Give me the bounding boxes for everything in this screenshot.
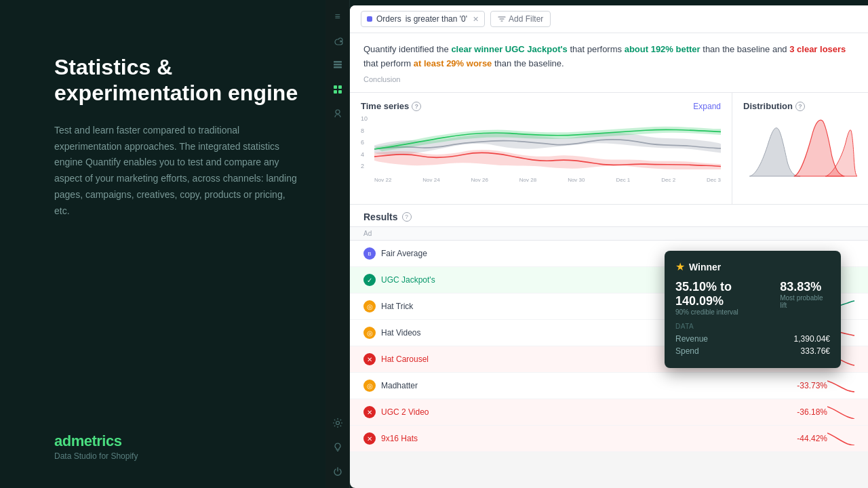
spend-label: Spend bbox=[675, 346, 699, 356]
conclusion-label: Conclusion bbox=[363, 74, 854, 86]
lift-desc: Most probable lift bbox=[780, 294, 830, 309]
brand-logo: admetrics Data Studio for Shopify bbox=[54, 432, 298, 461]
winner-card-label: Winner bbox=[689, 262, 721, 272]
sidebar-icon-chess[interactable] bbox=[328, 104, 347, 123]
conclusion-better: about 192% better bbox=[625, 44, 701, 54]
time-series-chart: 108642 bbox=[361, 115, 721, 183]
winner-stats: 35.10% to 140.09% 90% credible interval … bbox=[675, 280, 830, 316]
row-change: -33.73% bbox=[773, 381, 827, 390]
results-help-icon[interactable]: ? bbox=[402, 212, 412, 222]
sidebar-icon-table[interactable] bbox=[328, 56, 347, 75]
distribution-help-icon[interactable]: ? bbox=[795, 102, 805, 111]
row-mini-chart bbox=[827, 379, 854, 392]
svg-rect-4 bbox=[338, 85, 342, 89]
revenue-label: Revenue bbox=[675, 334, 708, 344]
row-icon-winner: ✓ bbox=[363, 274, 376, 286]
filter-dot bbox=[367, 16, 372, 22]
expand-link[interactable]: Expand bbox=[693, 102, 721, 111]
row-icon-loser: ✕ bbox=[363, 406, 376, 418]
sidebar-icon-menu[interactable]: ≡ bbox=[328, 7, 347, 26]
distribution-title: Distribution bbox=[743, 101, 793, 111]
results-title: Results bbox=[363, 211, 398, 222]
conclusion-losers: 3 clear losers bbox=[789, 44, 846, 54]
time-series-title: Time series bbox=[361, 101, 409, 111]
filter-bar: Orders is greater than '0' ✕ Add Filter bbox=[350, 5, 868, 33]
result-row[interactable]: ✕ 9x16 Hats -44.42% bbox=[350, 426, 868, 452]
left-panel: Statistics &experimentation engine Test … bbox=[0, 0, 326, 488]
row-icon-neutral: ◎ bbox=[363, 327, 376, 339]
main-content: Orders is greater than '0' ✕ Add Filter … bbox=[350, 5, 868, 488]
svg-rect-0 bbox=[334, 61, 342, 63]
brand-name: admetrics bbox=[54, 432, 298, 450]
conclusion-mid3: that perform bbox=[363, 58, 411, 68]
sidebar-icon-cloud[interactable] bbox=[328, 31, 347, 50]
row-icon-neutral: ◎ bbox=[363, 300, 376, 312]
svg-rect-5 bbox=[334, 90, 337, 94]
winner-card: ★ Winner 35.10% to 140.09% 90% credible … bbox=[665, 251, 841, 368]
conclusion-winner: clear winner UGC Jackpot's bbox=[451, 44, 567, 54]
sidebar: ≡ bbox=[326, 0, 350, 488]
conclusion-prefix: Quantify identified the bbox=[363, 44, 449, 54]
revenue-row: Revenue 1,390.04€ bbox=[675, 334, 830, 344]
row-name: UGC 2 Video bbox=[381, 407, 732, 417]
revenue-value: 1,390.04€ bbox=[794, 334, 830, 344]
row-change: -44.42% bbox=[773, 434, 827, 443]
analysis-section: Time series ? Expand 108642 bbox=[350, 93, 868, 205]
winner-star-icon: ★ bbox=[675, 260, 685, 273]
sidebar-icon-grid[interactable] bbox=[328, 80, 347, 99]
credible-interval-block: 35.10% to 140.09% 90% credible interval bbox=[675, 280, 780, 316]
time-series-panel: Time series ? Expand 108642 bbox=[350, 93, 732, 204]
data-section-title: Data bbox=[675, 323, 830, 330]
result-row[interactable]: ✕ UGC 2 Video -36.18% bbox=[350, 399, 868, 426]
conclusion-mid2: than the baseline and bbox=[703, 44, 787, 54]
credible-interval-desc: 90% credible interval bbox=[675, 308, 780, 316]
row-name: Madhatter bbox=[381, 381, 732, 390]
chart-y-labels: 108642 bbox=[361, 115, 373, 169]
page-title: Statistics &experimentation engine bbox=[54, 54, 298, 106]
row-icon-neutral: ◎ bbox=[363, 380, 376, 392]
time-series-svg bbox=[374, 115, 721, 176]
col-header-ad: Ad bbox=[363, 230, 732, 237]
lift-block: 83.83% Most probable lift bbox=[780, 280, 830, 316]
svg-point-7 bbox=[336, 110, 340, 114]
row-icon-baseline: B bbox=[363, 247, 376, 260]
svg-rect-1 bbox=[334, 64, 342, 66]
credible-interval-value: 35.10% to 140.09% bbox=[675, 280, 780, 308]
spend-value: 333.76€ bbox=[801, 346, 830, 356]
lift-value: 83.83% bbox=[780, 280, 830, 294]
svg-rect-6 bbox=[338, 90, 342, 94]
row-icon-loser: ✕ bbox=[363, 432, 376, 445]
row-mini-chart bbox=[827, 432, 854, 445]
row-change: -36.18% bbox=[773, 407, 827, 417]
conclusion-section: Quantify identified the clear winner UGC… bbox=[350, 33, 868, 93]
brand-sub: Data Studio for Shopify bbox=[54, 451, 298, 461]
add-filter-button[interactable]: Add Filter bbox=[490, 11, 551, 27]
filter-chip[interactable]: Orders is greater than '0' ✕ bbox=[361, 11, 485, 27]
filter-chip-label: Orders bbox=[376, 14, 401, 24]
result-row[interactable]: ◎ Madhatter -33.73% bbox=[350, 373, 868, 399]
distribution-chart bbox=[743, 115, 857, 183]
filter-close-btn[interactable]: ✕ bbox=[473, 15, 479, 24]
svg-rect-3 bbox=[334, 85, 337, 89]
col-header-row: Ad bbox=[350, 227, 868, 241]
add-filter-label: Add Filter bbox=[509, 14, 543, 24]
winner-card-header: ★ Winner bbox=[675, 260, 830, 273]
page-description: Test and learn faster compared to tradit… bbox=[54, 123, 298, 220]
spend-row: Spend 333.76€ bbox=[675, 346, 830, 356]
sidebar-icon-settings[interactable] bbox=[328, 413, 347, 432]
chart-x-labels: Nov 22Nov 24Nov 26Nov 28Nov 30Dec 1Dec 2… bbox=[374, 177, 721, 183]
results-header: Results ? bbox=[350, 205, 868, 227]
sidebar-icon-power[interactable] bbox=[328, 462, 347, 481]
time-series-help-icon[interactable]: ? bbox=[412, 102, 421, 111]
distribution-panel: Distribution ? bbox=[732, 93, 868, 204]
filter-icon bbox=[498, 15, 506, 23]
sidebar-icon-bulb[interactable] bbox=[328, 438, 347, 457]
conclusion-worse: at least 29% worse bbox=[414, 58, 492, 68]
conclusion-mid1: that performs bbox=[570, 44, 622, 54]
row-icon-loser: ✕ bbox=[363, 353, 376, 365]
row-name: 9x16 Hats bbox=[381, 434, 732, 443]
svg-rect-2 bbox=[334, 66, 342, 68]
svg-point-8 bbox=[336, 422, 339, 425]
row-mini-chart bbox=[827, 405, 854, 419]
filter-chip-condition: is greater than '0' bbox=[406, 14, 467, 24]
